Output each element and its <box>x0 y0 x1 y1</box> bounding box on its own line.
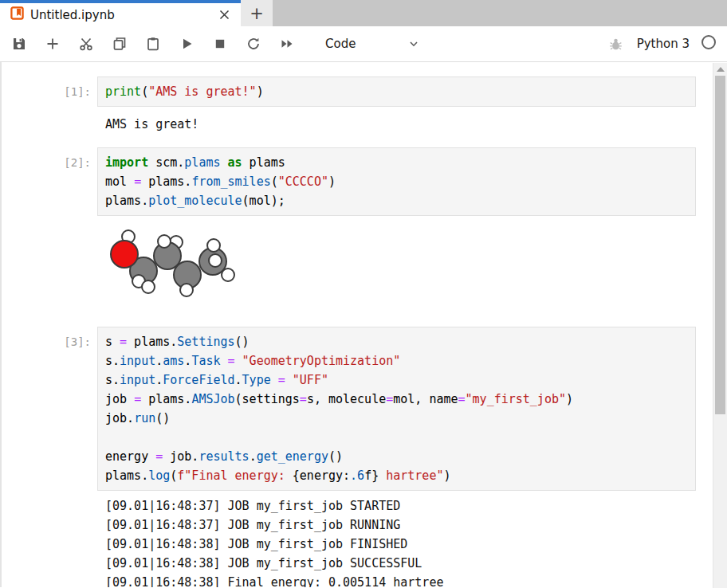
scissors-icon <box>78 36 94 52</box>
play-icon <box>179 36 195 52</box>
execution-count: [1]: <box>2 76 97 107</box>
output-content: AMS is great! <box>97 115 696 134</box>
cell-editor[interactable]: print("AMS is great!") <box>97 76 696 107</box>
restart-icon <box>246 36 261 52</box>
debugger-button[interactable] <box>608 36 624 52</box>
code-cell: [3]:s = plams.Settings()s.input.ams.Task… <box>2 327 713 491</box>
save-icon <box>11 36 27 52</box>
save-button[interactable] <box>11 36 27 52</box>
cut-cells-button[interactable] <box>78 36 94 52</box>
scroll-up-arrow-icon[interactable] <box>717 67 725 72</box>
code-cell: [2]:import scm.plams as plamsmol = plams… <box>2 147 713 216</box>
tab-untitled-ipynb[interactable]: Untitled.ipynb <box>0 0 241 26</box>
tab-title: Untitled.ipynb <box>30 8 215 22</box>
copy-icon <box>112 36 128 52</box>
output-content: [09.01|16:48:37] JOB my_first_job STARTE… <box>97 496 696 587</box>
execution-count: [2]: <box>2 147 97 216</box>
output-content <box>97 223 696 306</box>
stop-icon <box>212 36 228 52</box>
plus-icon: + <box>250 4 264 23</box>
kernel-status-icon[interactable] <box>701 34 717 53</box>
notebook-content: [1]:print("AMS is great!")AMS is great![… <box>0 62 713 587</box>
plus-icon <box>45 36 61 52</box>
bug-icon <box>608 37 623 52</box>
insert-cell-button[interactable] <box>45 36 61 52</box>
restart-run-all-button[interactable] <box>279 36 295 52</box>
scrollbar-thumb[interactable] <box>715 76 725 414</box>
interrupt-kernel-button[interactable] <box>212 36 228 52</box>
cell-type-dropdown[interactable]: Code <box>325 37 419 51</box>
output-prompt-spacer <box>2 115 97 134</box>
copy-cells-button[interactable] <box>112 36 128 52</box>
cell-editor[interactable]: import scm.plams as plamsmol = plams.fro… <box>97 147 696 216</box>
clipboard-icon <box>145 36 161 52</box>
cell-list: [1]:print("AMS is great!")AMS is great![… <box>2 76 713 587</box>
kernel-name[interactable]: Python 3 <box>637 37 690 51</box>
restart-kernel-button[interactable] <box>246 36 261 52</box>
new-tab-button[interactable]: + <box>241 0 273 26</box>
cell-editor[interactable]: s = plams.Settings()s.input.ams.Task = "… <box>97 327 696 491</box>
output-prompt-spacer <box>2 223 97 306</box>
paste-cells-button[interactable] <box>145 36 161 52</box>
chevron-down-icon <box>408 38 419 49</box>
cell-output <box>2 223 713 306</box>
fast-forward-icon <box>279 36 295 52</box>
toolbar-right-group: Python 3 <box>608 34 727 53</box>
close-icon[interactable] <box>215 6 233 24</box>
cell-output: AMS is great! <box>2 115 713 134</box>
molecule-image <box>105 223 241 303</box>
cell-type-value: Code <box>325 37 356 51</box>
output-prompt-spacer <box>2 496 97 587</box>
code-cell: [1]:print("AMS is great!") <box>2 76 713 107</box>
vertical-scrollbar[interactable] <box>713 63 727 588</box>
cell-output: [09.01|16:48:37] JOB my_first_job STARTE… <box>2 496 713 587</box>
notebook-file-icon <box>10 6 24 23</box>
run-cell-button[interactable] <box>179 36 195 52</box>
execution-count: [3]: <box>2 327 97 491</box>
tab-bar: Untitled.ipynb + <box>0 0 727 26</box>
notebook-toolbar: Code Python 3 <box>0 26 727 62</box>
